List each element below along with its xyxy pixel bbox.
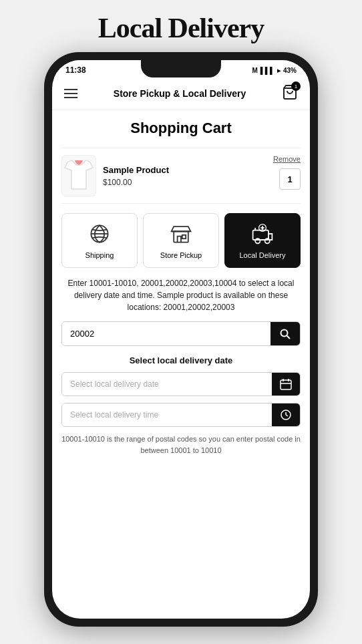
store-pickup-label: Store Pickup	[160, 251, 202, 259]
product-card: Sample Product $100.00 Remove 1	[61, 148, 301, 204]
svg-point-12	[281, 329, 288, 336]
svg-line-13	[287, 335, 291, 339]
battery-icon: 43%	[283, 67, 297, 74]
zip-input[interactable]	[62, 322, 270, 345]
product-info: Sample Product $100.00	[103, 165, 169, 187]
cart-button[interactable]: 1	[282, 84, 298, 103]
product-right: Remove 1	[273, 155, 301, 190]
remove-link[interactable]: Remove	[273, 155, 301, 163]
svg-line-20	[286, 415, 288, 416]
svg-rect-4	[182, 235, 186, 238]
shipping-label: Shipping	[85, 251, 114, 259]
delivery-options: Shipping Store Pickup	[61, 213, 301, 268]
product-price: $100.00	[103, 178, 169, 187]
scroll-content[interactable]: Shopping Cart	[52, 110, 310, 619]
local-delivery-label: Local Delivery	[239, 251, 285, 259]
time-input-row	[61, 403, 301, 427]
date-picker-button[interactable]	[272, 373, 300, 395]
carrier-icon: M	[252, 67, 257, 74]
product-image	[61, 155, 96, 196]
notch	[141, 60, 221, 77]
info-text: Enter 10001-10010, 20001,20002,20003,100…	[61, 277, 301, 313]
page-title: Local Delivery	[98, 12, 264, 44]
time-picker-button[interactable]	[272, 404, 300, 426]
product-name: Sample Product	[103, 165, 169, 175]
footer-note: 10001-10010 is the range of postal codes…	[61, 434, 301, 456]
time-input[interactable]	[62, 404, 272, 426]
shopping-cart-heading: Shopping Cart	[61, 120, 301, 137]
phone-inner: 11:38 M ▌▌▌ ▸ 43% Store Pickup & Local D…	[52, 60, 310, 619]
app-header: Store Pickup & Local Delivery 1	[52, 77, 310, 110]
date-input[interactable]	[62, 373, 272, 395]
signal-icon: ▌▌▌	[260, 67, 275, 74]
header-title: Store Pickup & Local Delivery	[114, 88, 246, 100]
zip-search-button[interactable]	[270, 322, 300, 345]
store-pickup-option[interactable]: Store Pickup	[143, 213, 219, 268]
cart-badge: 1	[291, 82, 301, 91]
date-input-row	[61, 372, 301, 396]
quantity-badge: 1	[279, 168, 301, 190]
shipping-option[interactable]: Shipping	[61, 213, 138, 268]
phone-frame: 11:38 M ▌▌▌ ▸ 43% Store Pickup & Local D…	[44, 52, 318, 627]
zip-input-row	[61, 321, 301, 346]
app-content: Store Pickup & Local Delivery 1 Shopping…	[52, 77, 310, 619]
local-delivery-option[interactable]: Local Delivery	[224, 213, 301, 268]
wifi-icon: ▸	[277, 67, 281, 74]
hamburger-menu[interactable]	[64, 89, 77, 98]
status-icons: M ▌▌▌ ▸ 43%	[252, 67, 297, 74]
status-time: 11:38	[65, 65, 86, 75]
svg-rect-14	[281, 380, 291, 389]
product-left: Sample Product $100.00	[61, 155, 169, 196]
select-date-label: Select local delivery date	[61, 355, 301, 365]
